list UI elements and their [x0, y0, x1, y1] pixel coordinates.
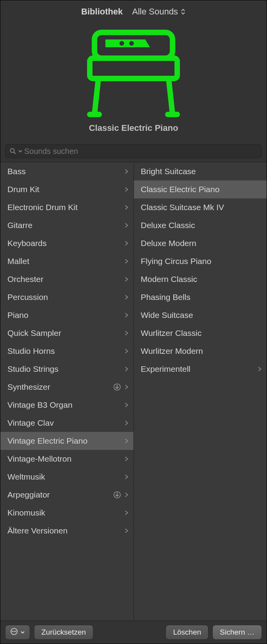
category-label: Vintage B3 Organ — [7, 400, 124, 410]
delete-button[interactable]: Löschen — [166, 625, 208, 640]
category-row[interactable]: Percussion — [0, 288, 134, 306]
category-label: Studio Strings — [7, 364, 124, 374]
patch-label: Bright Suitcase — [141, 167, 262, 176]
category-column[interactable]: BassDrum KitElectronic Drum KitGitarreKe… — [0, 162, 134, 621]
category-row[interactable]: Synthesizer — [0, 378, 134, 396]
chevron-right-icon — [124, 509, 129, 517]
category-label: Piano — [7, 310, 124, 320]
patch-row[interactable]: Classic Electric Piano — [134, 180, 267, 198]
chevron-right-icon — [124, 186, 129, 193]
category-row[interactable]: Arpeggiator — [0, 486, 134, 504]
patch-label: Deluxe Classic — [141, 221, 262, 230]
patch-row[interactable]: Wurlitzer Classic — [134, 324, 267, 342]
patch-row[interactable]: Deluxe Modern — [134, 234, 267, 252]
category-row[interactable]: Orchester — [0, 270, 134, 288]
category-label: Orchester — [7, 275, 124, 284]
chevron-right-icon — [124, 275, 129, 283]
svg-point-9 — [12, 631, 13, 632]
category-label: Vintage Clav — [7, 418, 124, 428]
category-row[interactable]: Electronic Drum Kit — [0, 198, 134, 216]
row-accessory — [124, 329, 129, 337]
patch-row[interactable]: Wide Suitcase — [134, 306, 267, 324]
library-footer: Zurücksetzen Löschen Sichern … — [0, 621, 267, 644]
row-accessory — [124, 527, 129, 535]
chevron-right-icon — [124, 419, 129, 427]
chevron-right-icon — [124, 347, 129, 355]
category-row[interactable]: Drum Kit — [0, 180, 134, 198]
category-label: Ältere Versionen — [7, 526, 124, 535]
category-row[interactable]: Vintage Electric Piano — [0, 432, 134, 450]
chevron-right-icon — [124, 365, 129, 373]
search-field[interactable] — [5, 144, 262, 158]
svg-line-5 — [14, 152, 16, 154]
instrument-name: Classic Electric Piano — [89, 123, 178, 133]
patch-row[interactable]: Phasing Bells — [134, 288, 267, 306]
chevron-right-icon — [257, 365, 262, 373]
patch-row[interactable]: Modern Classic — [134, 270, 267, 288]
reset-button[interactable]: Zurücksetzen — [34, 625, 93, 640]
category-label: Gitarre — [7, 221, 124, 230]
column-browser: BassDrum KitElectronic Drum KitGitarreKe… — [0, 162, 267, 621]
patch-row[interactable]: Bright Suitcase — [134, 162, 267, 180]
category-label: Drum Kit — [7, 185, 124, 194]
chevron-right-icon — [124, 455, 129, 463]
patch-row[interactable]: Experimentell — [134, 360, 267, 378]
patch-row[interactable]: Wurlitzer Modern — [134, 342, 267, 360]
category-label: Keyboards — [7, 239, 124, 248]
patch-label: Classic Suitcase Mk IV — [141, 203, 262, 212]
category-row[interactable]: Piano — [0, 306, 134, 324]
download-icon[interactable] — [113, 491, 121, 499]
row-accessory — [124, 473, 129, 481]
library-header: Bibliothek Alle Sounds — [0, 0, 267, 21]
chevron-right-icon — [124, 239, 129, 247]
patch-row[interactable]: Deluxe Classic — [134, 216, 267, 234]
save-button[interactable]: Sichern … — [212, 625, 262, 640]
chevron-right-icon — [124, 221, 129, 229]
patch-label: Wurlitzer Modern — [141, 346, 262, 356]
svg-point-1 — [119, 41, 124, 46]
category-label: Kinomusik — [7, 508, 124, 517]
row-accessory — [124, 347, 129, 355]
chevron-right-icon — [124, 168, 129, 175]
category-row[interactable]: Bass — [0, 162, 134, 180]
category-row[interactable]: Kinomusik — [0, 504, 134, 522]
library-title: Bibliothek — [81, 7, 123, 17]
row-accessory — [113, 383, 129, 391]
chevron-down-icon — [20, 628, 25, 637]
row-accessory — [124, 365, 129, 373]
search-input[interactable] — [24, 147, 258, 156]
category-row[interactable]: Vintage Clav — [0, 414, 134, 432]
category-row[interactable]: Mallet — [0, 252, 134, 270]
category-row[interactable]: Studio Strings — [0, 360, 134, 378]
chevron-right-icon — [124, 401, 129, 409]
patch-label: Flying Circus Piano — [141, 257, 262, 266]
category-row[interactable]: Keyboards — [0, 234, 134, 252]
patch-row[interactable]: Classic Suitcase Mk IV — [134, 198, 267, 216]
category-row[interactable]: Vintage-Mellotron — [0, 450, 134, 468]
actions-menu-button[interactable] — [5, 625, 30, 640]
category-label: Synthesizer — [7, 382, 113, 392]
svg-point-10 — [14, 631, 15, 632]
download-icon[interactable] — [113, 383, 121, 391]
category-label: Quick Sampler — [7, 328, 124, 338]
category-row[interactable]: Gitarre — [0, 216, 134, 234]
patch-column[interactable]: Bright SuitcaseClassic Electric PianoCla… — [134, 162, 267, 621]
patch-label: Classic Electric Piano — [141, 185, 262, 194]
row-accessory — [124, 419, 129, 427]
category-row[interactable]: Ältere Versionen — [0, 522, 134, 540]
row-accessory — [113, 491, 129, 499]
category-row[interactable]: Studio Horns — [0, 342, 134, 360]
category-label: Electronic Drum Kit — [7, 203, 124, 212]
category-row[interactable]: Vintage B3 Organ — [0, 396, 134, 414]
patch-label: Modern Classic — [141, 275, 262, 284]
category-row[interactable]: Quick Sampler — [0, 324, 134, 342]
patch-label: Phasing Bells — [141, 293, 262, 302]
category-label: Mallet — [7, 257, 124, 266]
row-accessory — [124, 275, 129, 283]
search-menu-caret-icon[interactable] — [18, 149, 23, 153]
patch-row[interactable]: Flying Circus Piano — [134, 252, 267, 270]
sounds-scope-dropdown[interactable]: Alle Sounds — [132, 7, 185, 17]
category-row[interactable]: Weltmusik — [0, 468, 134, 486]
chevron-right-icon — [124, 473, 129, 481]
category-label: Vintage-Mellotron — [7, 454, 124, 464]
